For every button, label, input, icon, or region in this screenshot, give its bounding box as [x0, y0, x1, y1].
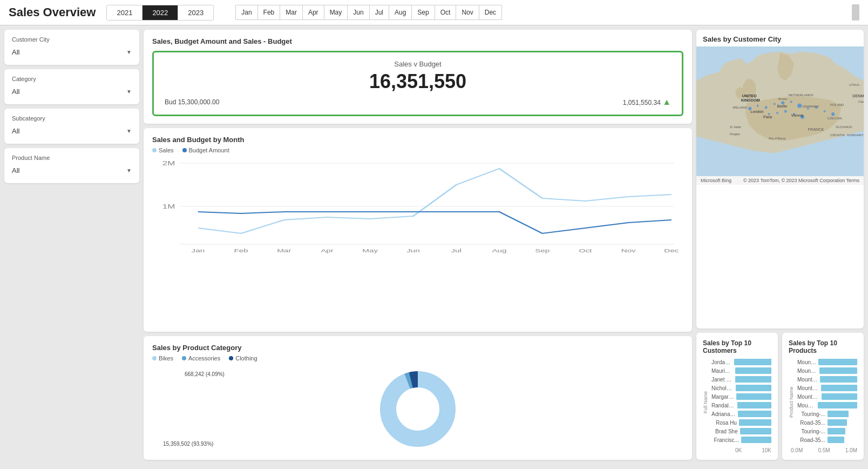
map-svg: UNITED KINGDOM IRELAND London Berlin Vie… — [696, 46, 864, 176]
kpi-label: Sales v Budget — [165, 60, 671, 68]
month-tab-sep[interactable]: Sep — [412, 5, 435, 20]
donut-legend: Bikes Accessories Clothing — [152, 355, 683, 361]
month-tab-jul[interactable]: Jul — [370, 5, 389, 20]
bar-charts-row: Sales by Top 10 Customers Full Name Jord… — [696, 333, 864, 460]
svg-point-27 — [765, 106, 768, 109]
svg-text:FRANCE: FRANCE — [808, 127, 824, 132]
map-footer: Microsoft Bing © 2023 TomTom, © 2023 Mic… — [696, 176, 864, 185]
table-row: Mountai... — [797, 385, 857, 391]
legend-budget: Budget Amount — [182, 147, 229, 153]
products-x-axis: 0.0M 0.5M 1.0M — [789, 447, 857, 453]
month-tab-may[interactable]: May — [324, 5, 348, 20]
filter-label-product: Product Name — [12, 155, 132, 161]
top-products-card: Sales by Top 10 Products Product Name Mo… — [782, 333, 864, 460]
month-tab-oct[interactable]: Oct — [435, 5, 457, 20]
table-row: Janet Mu... — [711, 376, 771, 383]
month-tabs: Jan Feb Mar Apr May Jun Jul Aug Sep Oct … — [235, 5, 502, 20]
line-chart-area: 2M 1M Jan Feb Mar Apr May Jun Jul Aug Se… — [152, 158, 683, 255]
month-tab-nov[interactable]: Nov — [456, 5, 479, 20]
year-tab-2022[interactable]: 2022 — [143, 5, 178, 20]
table-row: Margaret... — [711, 393, 771, 400]
legend-sales: Sales — [152, 147, 174, 153]
svg-text:NETHERLANDS: NETHERLANDS — [789, 93, 813, 97]
svg-text:DENMARK: DENMARK — [852, 93, 864, 98]
table-row: Mountai... — [797, 402, 857, 408]
map-area: UNITED KINGDOM IRELAND London Berlin Vie… — [696, 46, 864, 176]
filter-label-city: Customer City — [12, 36, 132, 43]
table-row: Touring-... — [797, 428, 857, 434]
svg-text:IRELAND: IRELAND — [733, 105, 747, 109]
scrollbar[interactable] — [852, 4, 859, 21]
sidebar: Customer City All ▼ Category All ▼ Subca… — [4, 30, 139, 460]
table-row: Brad She — [711, 428, 771, 434]
customers-y-axis-label: Full Name — [703, 359, 708, 445]
svg-point-26 — [757, 105, 759, 107]
chevron-down-icon: ▼ — [126, 49, 132, 55]
kpi-section-title: Sales, Budget Amount and Sales - Budget — [152, 37, 683, 45]
month-tab-dec[interactable]: Dec — [479, 5, 502, 20]
table-row: Touring-... — [797, 411, 857, 417]
year-tab-2021[interactable]: 2021 — [107, 5, 143, 20]
table-row: Randall ... — [711, 402, 771, 408]
chevron-down-icon-2: ▼ — [126, 89, 132, 95]
table-row: Mountai... — [797, 376, 857, 383]
svg-point-34 — [824, 110, 826, 112]
filter-value-city: All — [12, 48, 19, 56]
top-customers-card: Sales by Top 10 Customers Full Name Jord… — [696, 333, 778, 460]
donut-card: Sales by Product Category Bikes Accessor… — [144, 336, 692, 460]
svg-text:London: London — [750, 109, 763, 114]
center-column: Sales, Budget Amount and Sales - Budget … — [144, 30, 692, 460]
filter-value-subcategory: All — [12, 127, 19, 135]
kpi-value: 16,351,550 — [165, 70, 671, 93]
map-copyright: © 2023 TomTom, © 2023 Microsoft Corporat… — [743, 178, 859, 183]
svg-text:Jul: Jul — [451, 248, 462, 253]
month-tab-apr[interactable]: Apr — [303, 5, 324, 20]
svg-text:Dec: Dec — [664, 248, 679, 253]
line-chart-card: Sales and Budget by Month Sales Budget A… — [144, 128, 692, 332]
filter-value-product: All — [12, 166, 19, 175]
donut-svg — [375, 366, 461, 452]
year-tab-2023[interactable]: 2023 — [178, 5, 213, 20]
donut-label-bikes: 15,359,502 (93.93%) — [163, 441, 213, 447]
svg-text:CZECHIA: CZECHIA — [828, 117, 843, 120]
month-tab-feb[interactable]: Feb — [258, 5, 281, 20]
table-row: Nichole ... — [711, 385, 771, 391]
main-content: Customer City All ▼ Category All ▼ Subca… — [0, 25, 868, 464]
svg-text:Nov: Nov — [621, 248, 636, 253]
month-tab-jan[interactable]: Jan — [235, 5, 257, 20]
filter-value-category: All — [12, 88, 19, 96]
svg-point-38 — [784, 110, 787, 112]
filter-select-subcategory[interactable]: All ▼ — [12, 125, 132, 137]
filter-select-city[interactable]: All ▼ — [12, 46, 132, 58]
month-tab-aug[interactable]: Aug — [389, 5, 412, 20]
map-title: Sales by Customer City — [696, 30, 864, 46]
donut-title: Sales by Product Category — [152, 344, 683, 352]
kpi-budget: Bud 15,300,000.00 — [165, 98, 219, 106]
page-header: Sales Overview 2021 2022 2023 Jan Feb Ma… — [0, 0, 868, 25]
legend-accessories: Accessories — [182, 355, 220, 361]
svg-point-31 — [797, 104, 802, 108]
customers-x-axis: 0K 10K — [703, 447, 771, 453]
year-tabs: 2021 2022 2023 — [106, 5, 214, 21]
table-row: Mountai... — [797, 359, 857, 365]
filter-select-product[interactable]: All ▼ — [12, 164, 132, 177]
top-products-title: Sales by Top 10 Products — [789, 339, 857, 354]
month-tab-jun[interactable]: Jun — [348, 5, 369, 20]
customers-bars: Jordan T...Maurice ...Janet Mu...Nichole… — [711, 359, 771, 445]
filter-label-subcategory: Subcategory — [12, 115, 132, 122]
donut-label-clothing: 668,242 (4.09%) — [185, 371, 225, 377]
page-title: Sales Overview — [9, 5, 96, 19]
svg-text:Apr: Apr — [321, 248, 334, 253]
table-row: Francisc... — [711, 437, 771, 443]
right-column: Sales by Customer City — [696, 30, 864, 460]
month-tab-mar[interactable]: Mar — [280, 5, 303, 20]
svg-text:KINGDOM: KINGDOM — [741, 98, 760, 103]
svg-text:1M: 1M — [162, 204, 175, 210]
svg-point-21 — [397, 388, 438, 430]
svg-text:Brusse...: Brusse... — [778, 97, 789, 100]
filter-select-category[interactable]: All ▼ — [12, 85, 132, 98]
table-row: Mountai... — [797, 367, 857, 374]
svg-text:Vienna: Vienna — [791, 113, 804, 118]
kpi-inner: Sales v Budget 16,351,550 Bud 15,300,000… — [152, 51, 683, 116]
svg-text:Sep: Sep — [535, 248, 550, 253]
